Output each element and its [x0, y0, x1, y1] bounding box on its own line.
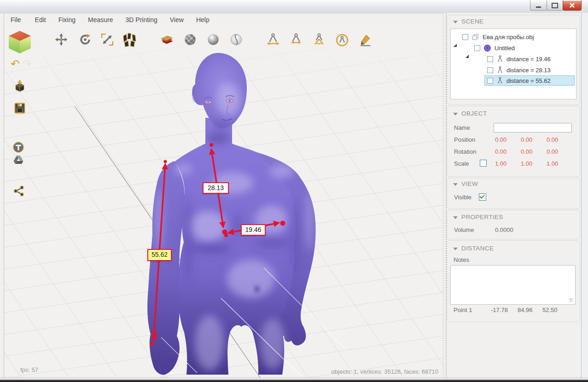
- menu-3d-printing[interactable]: 3D Printing: [126, 14, 157, 25]
- google-drive-icon: [12, 154, 24, 166]
- rotation-y[interactable]: 0.00: [521, 148, 532, 155]
- scale-uniform-checkbox[interactable]: [480, 160, 487, 167]
- visible-label: Visible: [454, 194, 472, 201]
- thingiverse-button[interactable]: [12, 141, 25, 154]
- repair-icon: [160, 33, 175, 46]
- scale-x[interactable]: 1.00: [495, 160, 506, 167]
- undo-button[interactable]: ↶: [9, 58, 21, 70]
- measure-distance-icon: [266, 33, 280, 46]
- caliper-icon: [497, 66, 503, 74]
- redo-icon: ↷: [23, 59, 32, 69]
- menu-edit[interactable]: Edit: [35, 14, 46, 25]
- annotate-button[interactable]: [356, 30, 374, 49]
- tree-expander[interactable]: [454, 36, 457, 44]
- minimize-button[interactable]: [530, 0, 547, 11]
- view-cube-icon: [6, 29, 33, 55]
- tree-item-distance-5562-selected[interactable]: distance = 55.62: [506, 77, 551, 84]
- resize-grip-icon[interactable]: [570, 298, 573, 302]
- scale-y[interactable]: 1.00: [521, 160, 532, 167]
- rotation-x[interactable]: 0.00: [495, 148, 506, 155]
- scale-button[interactable]: [98, 30, 116, 49]
- import-model-button[interactable]: [13, 79, 27, 93]
- scale-z[interactable]: 1.00: [547, 160, 558, 167]
- shade-matte-button[interactable]: [204, 30, 222, 49]
- scene-header[interactable]: SCENE: [453, 18, 484, 25]
- annotate-icon: [358, 33, 372, 46]
- measure-radius-button[interactable]: [333, 30, 351, 49]
- measure-gauge-button[interactable]: [287, 30, 305, 49]
- menubar: File Edit Fixing Measure 3D Printing Vie…: [4, 13, 442, 27]
- app-window: { "window": { "controls": { "minimize": …: [0, 0, 588, 382]
- object-header-label: OBJECT: [461, 110, 487, 117]
- measure-radius-icon: [335, 33, 349, 46]
- menu-fixing[interactable]: Fixing: [58, 14, 76, 25]
- google-drive-button[interactable]: [12, 154, 25, 167]
- shade-checker-icon: [184, 33, 197, 46]
- shade-checker-button[interactable]: [181, 30, 199, 49]
- menu-measure[interactable]: Measure: [88, 14, 113, 25]
- tree-expander[interactable]: [466, 47, 469, 55]
- menu-view[interactable]: View: [170, 14, 184, 25]
- notes-textarea[interactable]: [450, 265, 576, 305]
- maximize-icon: [552, 3, 558, 8]
- position-y[interactable]: 0.00: [521, 136, 532, 143]
- shade-matte-icon: [207, 33, 220, 46]
- measure-angle-button[interactable]: [310, 30, 328, 49]
- rotate-button[interactable]: [76, 30, 94, 49]
- shade-smooth-button[interactable]: [227, 30, 245, 49]
- name-label: Name: [454, 124, 470, 131]
- tree-item-root[interactable]: Ева для пробы.obj: [483, 34, 534, 41]
- scale-icon: [100, 33, 114, 46]
- maximize-button[interactable]: [547, 0, 563, 11]
- tree-item-untitled[interactable]: Untitled: [495, 45, 515, 52]
- measure-label-28[interactable]: 28.13: [203, 182, 229, 194]
- caliper-icon: [497, 77, 503, 84]
- titlebar[interactable]: [0, 0, 588, 13]
- menu-file[interactable]: File: [11, 14, 21, 25]
- position-label: Position: [454, 136, 475, 143]
- measure-label-19[interactable]: 19.46: [241, 224, 266, 236]
- save-button[interactable]: [13, 101, 27, 115]
- viewport-3d[interactable]: [4, 26, 443, 378]
- collapse-triangle-icon: [453, 21, 458, 23]
- rotation-label: Rotation: [454, 148, 476, 155]
- redo-button[interactable]: ↷: [21, 58, 33, 70]
- fps-counter: fps: 57: [20, 366, 38, 373]
- name-input[interactable]: [494, 123, 572, 133]
- distance-header[interactable]: DISTANCE: [453, 245, 494, 252]
- share-button[interactable]: [12, 185, 25, 197]
- collapse-triangle-icon: [453, 183, 458, 186]
- navel: [255, 286, 259, 292]
- visible-checkbox[interactable]: [479, 193, 486, 201]
- view-cube-button[interactable]: [6, 29, 33, 55]
- view-header[interactable]: VIEW: [453, 180, 478, 187]
- move-icon: [55, 33, 68, 46]
- object-header[interactable]: OBJECT: [453, 110, 487, 117]
- split-button[interactable]: [121, 30, 139, 49]
- tree-item-distance-1946[interactable]: distance = 19.46: [506, 56, 551, 63]
- collapse-triangle-icon: [453, 248, 458, 250]
- tree-checkbox-d5562[interactable]: [487, 78, 493, 84]
- tree-checkbox-d1946[interactable]: [487, 56, 493, 62]
- position-z[interactable]: 0.00: [547, 136, 558, 143]
- menu-help[interactable]: Help: [196, 14, 210, 25]
- point1-y: 84.96: [518, 307, 533, 313]
- properties-header[interactable]: PROPERTIES: [453, 214, 503, 220]
- rotate-icon: [79, 33, 92, 46]
- move-button[interactable]: [52, 30, 70, 49]
- repair-button[interactable]: [158, 30, 176, 49]
- measure-gauge-icon: [289, 33, 303, 46]
- tree-checkbox-d2813[interactable]: [487, 67, 493, 73]
- collapse-triangle-icon: [453, 216, 458, 219]
- rotation-z[interactable]: 0.00: [547, 148, 558, 155]
- import-model-icon: [13, 80, 26, 93]
- tree-checkbox-untitled[interactable]: [474, 45, 480, 51]
- tree-item-distance-2813[interactable]: distance = 28.13: [506, 67, 551, 74]
- window-left-frame: [4, 13, 4, 378]
- tree-checkbox-root[interactable]: [462, 34, 468, 40]
- measure-label-55-selected[interactable]: 55.62: [147, 249, 172, 261]
- position-x[interactable]: 0.00: [495, 136, 506, 143]
- close-button[interactable]: [563, 0, 582, 11]
- measure-distance-button[interactable]: [264, 30, 282, 49]
- point1-label: Point 1: [454, 307, 472, 313]
